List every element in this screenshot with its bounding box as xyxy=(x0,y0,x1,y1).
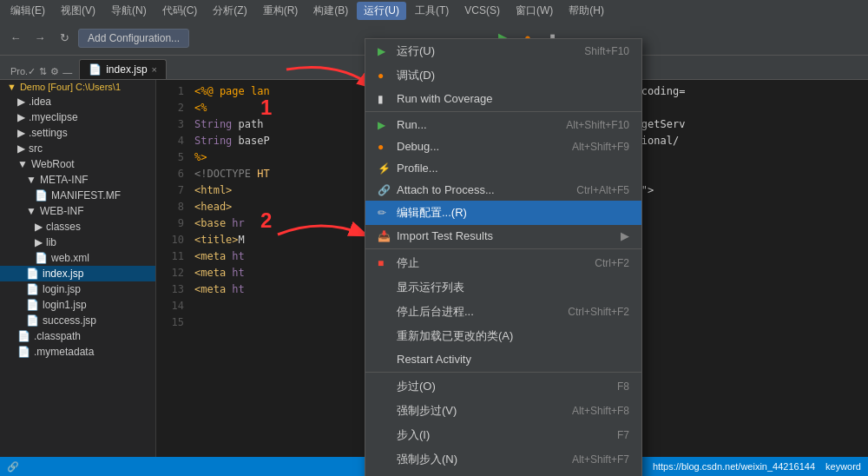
menu-shortcut-run-dots: Alt+Shift+F10 xyxy=(566,119,629,131)
file-icon: 📄 xyxy=(17,346,30,358)
sidebar-item-label: .myeclipse xyxy=(29,111,78,123)
sidebar-item-index-jsp[interactable]: 📄 index.jsp xyxy=(0,266,155,281)
folder-icon: ▼ xyxy=(17,158,28,170)
menu-item-run-dots-label: Run... xyxy=(397,118,549,131)
forward-icon[interactable]: → xyxy=(30,28,50,49)
menu-item-debug-label: 调试(D) xyxy=(397,68,629,83)
menu-item-profile[interactable]: ⚡ Profile... xyxy=(365,157,641,179)
menu-item-reload[interactable]: 重新加载已更改的类(A) xyxy=(365,324,641,348)
menu-item-restart[interactable]: Restart Activity xyxy=(365,348,641,370)
sidebar-item-meta-inf[interactable]: ▼ META-INF xyxy=(0,172,155,188)
sidebar-item-label: MANIFEST.MF xyxy=(51,189,121,202)
menu-item-attach[interactable]: 🔗 Attach to Process... Ctrl+Alt+F5 xyxy=(365,179,641,201)
menu-item-step-into[interactable]: 步入(I) F7 xyxy=(365,423,641,447)
menu-item-force-step-over-label: 强制步过(V) xyxy=(397,403,555,419)
statusbar-info: 🔗 xyxy=(7,461,19,473)
sidebar-item-label: login1.jsp xyxy=(43,299,87,311)
refresh-icon[interactable]: ↻ xyxy=(54,28,75,49)
sync-icon[interactable]: ⇅ xyxy=(39,66,47,77)
stop-icon: ■ xyxy=(378,257,393,269)
sidebar-item-label: lib xyxy=(46,236,56,248)
sidebar-item-demo[interactable]: ▼ Demo [Four] C:\Users\1 xyxy=(0,80,155,94)
sidebar-item-lib[interactable]: ▶ lib xyxy=(0,235,155,250)
menu-shortcut-force-step-over: Alt+Shift+F8 xyxy=(572,405,629,417)
sidebar-item-myeclipse[interactable]: ▶ .myeclipse xyxy=(0,109,155,125)
settings-icon[interactable]: ⚙ xyxy=(50,66,59,77)
collapse-icon[interactable]: — xyxy=(62,67,72,77)
folder-icon: ▼ xyxy=(26,174,36,186)
sidebar-item-login1-jsp[interactable]: 📄 login1.jsp xyxy=(0,297,155,313)
profile-icon: ⚡ xyxy=(378,162,393,175)
run-icon: ▶ xyxy=(378,45,393,57)
file-icon: 📄 xyxy=(35,189,48,202)
import-icon: 📥 xyxy=(378,230,393,242)
menu-item-stop-label: 停止 xyxy=(397,255,577,271)
sidebar-item-classpath[interactable]: 📄 .classpath xyxy=(0,328,155,344)
menu-item-reload-label: 重新加载已更改的类(A) xyxy=(397,328,629,344)
menu-item-step-over-label: 步过(O) xyxy=(397,379,600,394)
debug-icon: ● xyxy=(378,69,393,82)
menu-item-force-step-over[interactable]: 强制步过(V) Alt+Shift+F8 xyxy=(365,399,641,423)
menu-shortcut-force-step-into: Alt+Shift+F7 xyxy=(572,453,629,466)
menubar-item-window[interactable]: 窗口(W) xyxy=(509,2,560,20)
menu-item-run-dots[interactable]: ▶ Run... Alt+Shift+F10 xyxy=(365,114,641,136)
menubar-item-analyze[interactable]: 分析(Z) xyxy=(206,2,253,20)
menu-item-run[interactable]: ▶ 运行(U) Shift+F10 xyxy=(365,39,641,63)
menu-shortcut-step-over: F8 xyxy=(617,380,629,393)
sidebar-item-idea[interactable]: ▶ .idea xyxy=(0,94,155,109)
menubar-item-tools[interactable]: 工具(T) xyxy=(408,2,456,20)
folder-icon: ▼ xyxy=(7,82,16,92)
menu-item-edit-config[interactable]: ✏ 编辑配置...(R) xyxy=(365,201,641,225)
sidebar-item-manifest[interactable]: 📄 MANIFEST.MF xyxy=(0,188,155,203)
sidebar-item-mymetadata[interactable]: 📄 .mymetadata xyxy=(0,344,155,360)
menubar-item-help[interactable]: 帮助(H) xyxy=(562,2,611,20)
menubar-item-navigate[interactable]: 导航(N) xyxy=(104,2,154,20)
sidebar-item-label: .classpath xyxy=(34,330,81,342)
menubar-item-code[interactable]: 代码(C) xyxy=(155,2,205,20)
menu-item-step-over[interactable]: 步过(O) F8 xyxy=(365,374,641,399)
sidebar-item-label: classes xyxy=(46,221,81,233)
menubar-item-vcs[interactable]: VCS(S) xyxy=(457,3,507,18)
sidebar-item-settings[interactable]: ▶ .settings xyxy=(0,125,155,141)
divider-3 xyxy=(365,372,641,373)
menu-item-show-list[interactable]: 显示运行列表 xyxy=(365,275,641,300)
statusbar-keyword: keyword xyxy=(825,461,861,472)
sidebar-item-success-jsp[interactable]: 📄 success.jsp xyxy=(0,313,155,328)
sidebar-item-src[interactable]: ▶ src xyxy=(0,141,155,156)
statusbar-url: https://blog.csdn.net/weixin_44216144 xyxy=(653,461,815,472)
menu-item-debug[interactable]: ● 调试(D) xyxy=(365,63,641,88)
run-dropdown-menu: ▶ 运行(U) Shift+F10 ● 调试(D) ▮ Run with Cov… xyxy=(365,38,642,476)
menu-item-debug-dots[interactable]: ● Debug... Alt+Shift+F9 xyxy=(365,136,641,157)
sidebar-item-label: Demo [Four] C:\Users\1 xyxy=(20,82,121,92)
menu-item-show-list-label: 显示运行列表 xyxy=(397,280,629,295)
folder-icon: ▼ xyxy=(26,205,36,217)
menu-shortcut-attach: Ctrl+Alt+F5 xyxy=(576,184,629,196)
menu-item-import-label: Import Test Results xyxy=(397,229,614,242)
menu-item-run-coverage[interactable]: ▮ Run with Coverage xyxy=(365,88,641,109)
sidebar-item-webxml[interactable]: 📄 web.xml xyxy=(0,250,155,266)
sidebar-item-webroot[interactable]: ▼ WebRoot xyxy=(0,156,155,172)
folder-icon: ▶ xyxy=(17,127,25,139)
sidebar-item-login-jsp[interactable]: 📄 login.jsp xyxy=(0,281,155,297)
back-icon[interactable]: ← xyxy=(5,28,26,49)
menubar-item-edit[interactable]: 编辑(E) xyxy=(3,2,52,20)
menu-item-stop-bg[interactable]: 停止后台进程... Ctrl+Shift+F2 xyxy=(365,300,641,324)
sidebar-item-label: META-INF xyxy=(40,174,89,186)
file-icon: 📄 xyxy=(26,314,39,327)
menubar-item-run[interactable]: 运行(U) xyxy=(357,2,406,20)
tab-index-jsp[interactable]: 📄 index.jsp × xyxy=(79,59,167,79)
menubar-item-build[interactable]: 构建(B) xyxy=(306,2,355,20)
menu-item-import[interactable]: 📥 Import Test Results ▶ xyxy=(365,225,641,247)
tab-close-icon[interactable]: × xyxy=(152,64,157,75)
menubar-item-view[interactable]: 视图(V) xyxy=(54,2,102,20)
menu-item-force-step-into[interactable]: 强制步入(N) Alt+Shift+F7 xyxy=(365,447,641,472)
sidebar-item-label: login.jsp xyxy=(43,283,81,295)
add-configuration-button[interactable]: Add Configuration... xyxy=(78,29,189,48)
sidebar-item-web-inf[interactable]: ▼ WEB-INF xyxy=(0,203,155,219)
menu-item-stop[interactable]: ■ 停止 Ctrl+F2 xyxy=(365,251,641,275)
menubar-item-refactor[interactable]: 重构(R) xyxy=(256,2,306,20)
menu-shortcut-stop: Ctrl+F2 xyxy=(595,257,629,269)
menubar: 编辑(E) 视图(V) 导航(N) 代码(C) 分析(Z) 重构(R) 构建(B… xyxy=(0,0,868,21)
sidebar-item-classes[interactable]: ▶ classes xyxy=(0,219,155,235)
menu-item-smart-step[interactable]: 智能步入(P) Shift+F7 xyxy=(365,472,641,476)
